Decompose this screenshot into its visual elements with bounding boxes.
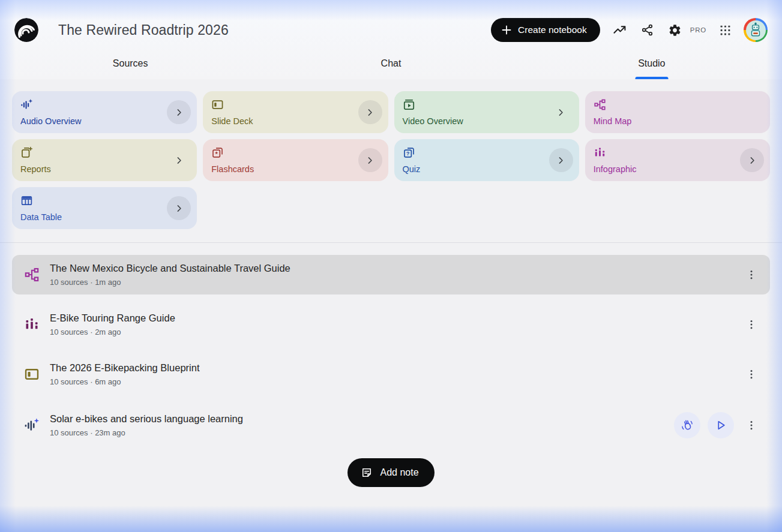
create-notebook-label: Create notebook [518,25,587,35]
tab-studio[interactable]: Studio [522,48,782,79]
card-label: Mind Map [594,116,762,126]
avatar[interactable] [744,18,768,42]
artifact-actions [741,314,762,335]
more-options-button[interactable] [741,265,762,285]
tab-chat[interactable]: Chat [260,48,521,79]
avatar-robot-image [746,20,766,40]
note-icon [361,467,373,479]
card-audio-overview[interactable]: Audio Overview [12,91,197,133]
notebook-title[interactable]: The Rewired Roadtrip 2026 [58,22,491,38]
artifact-actions [741,364,762,384]
card-open-chevron[interactable] [740,148,764,172]
card-label: Data Table [20,212,188,222]
video-overview-icon [403,98,415,111]
card-label: Reports [20,164,188,174]
artifact-title: The 2026 E-Bikepacking Blueprint [50,362,741,374]
artifact-row-audio-overview[interactable]: Solar e-bikes and serious language learn… [12,404,770,446]
interactive-mode-button[interactable] [674,412,700,438]
artifact-actions [741,265,762,285]
section-divider [0,242,782,243]
three-dot-menu-icon [746,269,757,280]
card-mind-map[interactable]: Mind Map [585,91,770,133]
card-open-chevron[interactable] [549,100,573,124]
tab-bar: Sources Chat Studio [0,48,782,79]
card-open-chevron[interactable] [167,196,191,220]
card-video-overview[interactable]: Video Overview [394,91,579,133]
slide-deck-icon [24,366,40,382]
card-data-table[interactable]: Data Table [12,187,197,229]
card-slide-deck[interactable]: Slide Deck [203,91,388,133]
card-label: Flashcards [211,164,379,174]
analytics-button[interactable] [606,18,634,42]
infographic-icon [24,317,40,332]
artifact-list: The New Mexico Bicycle and Sustainable T… [12,255,770,446]
card-infographic[interactable]: Infographic [585,139,770,181]
card-open-chevron[interactable] [549,148,573,172]
artifact-row-slide-deck[interactable]: The 2026 E-Bikepacking Blueprint 10 sour… [12,354,770,394]
three-dot-menu-icon [746,319,757,330]
share-button[interactable] [634,18,661,42]
card-open-chevron[interactable] [358,100,382,124]
artifact-text: The New Mexico Bicycle and Sustainable T… [50,263,741,287]
artifact-text: Solar e-bikes and serious language learn… [50,413,674,437]
add-note-container: Add note [0,458,782,487]
more-options-button[interactable] [741,314,762,335]
flashcards-icon [211,146,224,159]
analytics-icon [613,23,627,37]
play-audio-button[interactable] [708,412,734,438]
share-icon [641,23,654,37]
card-quiz[interactable]: ? Quiz [394,139,579,181]
settings-button[interactable] [661,18,689,42]
waving-hand-icon [681,419,694,432]
reports-icon [20,146,33,159]
card-label: Audio Overview [20,116,188,126]
audio-waveform-sparkle-icon [24,417,40,433]
infographic-icon [594,146,606,159]
create-notebook-button[interactable]: Create notebook [491,18,600,42]
quiz-icon: ? [403,146,415,159]
tab-sources[interactable]: Sources [0,48,260,79]
card-open-chevron[interactable] [167,148,191,172]
svg-text:?: ? [406,151,409,157]
plus-icon [502,25,511,35]
play-icon [715,419,727,431]
card-open-chevron[interactable] [358,148,382,172]
card-label: Infographic [594,164,762,174]
card-label: Slide Deck [211,116,379,126]
slide-deck-icon [211,98,224,111]
artifact-meta: 10 sources · 1m ago [50,278,741,287]
more-options-button[interactable] [741,415,762,435]
artifact-meta: 10 sources · 2m ago [50,327,741,336]
data-table-icon [20,194,33,207]
mind-map-icon [594,98,606,111]
pro-badge: PRO [689,26,711,34]
artifact-text: E-Bike Touring Range Guide 10 sources · … [50,312,741,336]
apps-grid-button[interactable] [711,18,739,42]
artifact-row-infographic[interactable]: E-Bike Touring Range Guide 10 sources · … [12,305,770,344]
artifact-meta: 10 sources · 6m ago [50,377,741,386]
mind-map-icon [24,267,40,282]
header-area: The Rewired Roadtrip 2026 Create noteboo… [0,0,782,79]
add-note-button[interactable]: Add note [347,458,434,487]
card-label: Video Overview [403,116,571,126]
apps-grid-icon [719,24,732,37]
artifact-actions [674,412,762,438]
notebooklm-logo-icon[interactable] [14,18,38,42]
three-dot-menu-icon [746,420,757,431]
card-flashcards[interactable]: Flashcards [203,139,388,181]
audio-waveform-sparkle-icon [20,98,33,111]
settings-gear-icon [668,23,682,37]
artifact-title: The New Mexico Bicycle and Sustainable T… [50,263,741,274]
artifact-title: Solar e-bikes and serious language learn… [50,413,674,425]
card-label: Quiz [403,164,571,174]
artifact-text: The 2026 E-Bikepacking Blueprint 10 sour… [50,362,741,386]
artifact-title: E-Bike Touring Range Guide [50,312,741,324]
artifact-row-mind-map[interactable]: The New Mexico Bicycle and Sustainable T… [12,255,770,294]
add-note-label: Add note [380,467,418,478]
header-icon-group: PRO [606,18,768,42]
app-header: The Rewired Roadtrip 2026 Create noteboo… [0,0,782,48]
card-reports[interactable]: Reports [12,139,197,181]
studio-card-grid: Audio Overview Slide Deck Video Overview [12,91,770,229]
more-options-button[interactable] [741,364,762,384]
card-open-chevron[interactable] [167,100,191,124]
